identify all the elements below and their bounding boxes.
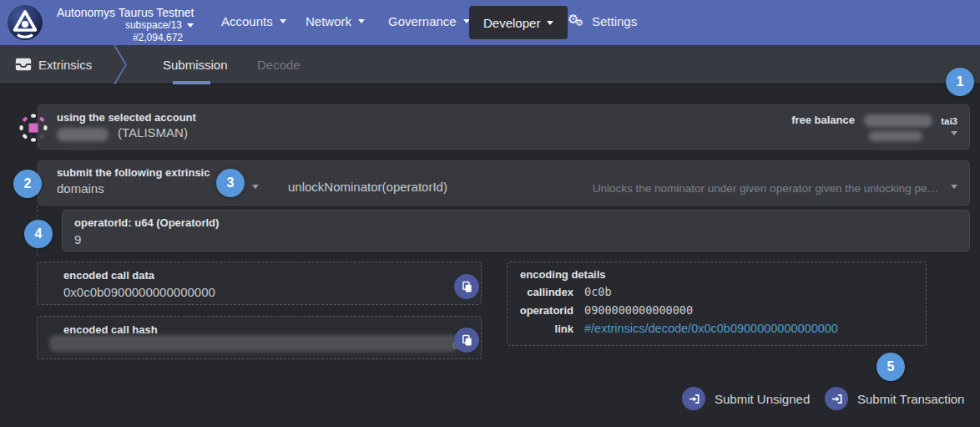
- redacted-balance-secondary: [869, 131, 922, 141]
- operatorid-label: operatorid: [508, 304, 584, 317]
- section-tabbar: [0, 45, 980, 84]
- copy-call-hash-button[interactable]: [454, 328, 479, 353]
- operatorid-value: 0900000000000000: [584, 303, 693, 317]
- balance-unit: tai3: [941, 116, 957, 126]
- extrinsics-page: Autonomys Taurus Testnet subspace/13 #2,…: [0, 0, 980, 427]
- submit-transaction-button[interactable]: Submit Transaction: [825, 387, 964, 410]
- encoding-details-title: encoding details: [520, 268, 606, 281]
- annotation-badge-4: 4: [24, 220, 53, 248]
- link-label: link: [508, 323, 584, 335]
- extrinsic-row: submit the following extrinsic domains u…: [38, 160, 970, 206]
- autonomys-logo-icon[interactable]: [7, 4, 43, 41]
- extrinsic-section-label: submit the following extrinsic: [57, 166, 210, 179]
- submit-transaction-label: Submit Transaction: [857, 392, 964, 406]
- sign-in-icon: [682, 387, 705, 410]
- sign-in-icon: [825, 387, 848, 410]
- account-select[interactable]: using the selected account (TALISMAN) fr…: [38, 104, 970, 150]
- encoded-call-hash-label: encoded call hash: [63, 323, 158, 336]
- tab-submission[interactable]: Submission: [163, 58, 228, 72]
- copy-call-data-button[interactable]: [454, 274, 479, 299]
- annotation-badge-1: 1: [946, 68, 974, 96]
- method-description: Unlocks the nominator under given operat…: [593, 182, 938, 195]
- chevron-down-icon: [547, 21, 553, 25]
- menu-settings-label: Settings: [592, 14, 637, 28]
- encoded-call-data-box: encoded call data 0x0c0b0900000000000000: [37, 262, 482, 305]
- runtime-version-label: subspace/13: [125, 19, 182, 31]
- menu-developer-label: Developer: [483, 16, 540, 30]
- operator-id-value: 9: [74, 232, 81, 247]
- runtime-version-dropdown[interactable]: subspace/13: [57, 19, 194, 31]
- account-select-label: using the selected account: [57, 111, 196, 124]
- menu-accounts-label: Accounts: [221, 14, 273, 28]
- operator-id-input[interactable]: operatorId: u64 (OperatorId) 9: [62, 210, 970, 252]
- chevron-down-icon: [358, 19, 365, 23]
- section-title: Extrinsics: [38, 58, 92, 72]
- breadcrumb-chevron-icon: [114, 45, 130, 88]
- copy-icon: [461, 281, 473, 293]
- annotation-badge-3: 3: [216, 169, 245, 197]
- menu-settings[interactable]: ⚙⚙ Settings: [568, 12, 637, 30]
- chevron-down-icon: [187, 23, 194, 28]
- menu-governance-label: Governance: [388, 14, 457, 28]
- chevron-down-icon[interactable]: [252, 185, 259, 189]
- copy-icon: [461, 334, 473, 347]
- submit-unsigned-label: Submit Unsigned: [715, 392, 810, 406]
- method-select[interactable]: unlockNominator(operatorId): [288, 180, 447, 194]
- redacted-balance-value: [864, 114, 932, 127]
- encoded-call-data-label: encoded call data: [63, 269, 154, 282]
- menu-accounts[interactable]: Accounts: [221, 14, 286, 28]
- chevron-down-icon: [280, 19, 286, 23]
- inbox-icon: [14, 55, 33, 74]
- encoded-call-data-value: 0x0c0b0900000000000000: [63, 285, 215, 299]
- encoded-call-hash-box: encoded call hash od3: [37, 316, 482, 359]
- redacted-call-hash: [49, 335, 458, 352]
- redacted-account-name: [57, 128, 109, 141]
- menu-network[interactable]: Network: [306, 14, 365, 28]
- chevron-down-icon[interactable]: [951, 185, 957, 189]
- top-navbar: Autonomys Taurus Testnet subspace/13 #2,…: [0, 0, 980, 45]
- submit-unsigned-button[interactable]: Submit Unsigned: [682, 387, 810, 410]
- free-balance-label: free balance: [791, 114, 855, 126]
- account-identicon[interactable]: [18, 113, 48, 143]
- encoding-row-callindex: callindex 0c0b: [508, 285, 926, 298]
- account-source: (TALISMAN): [118, 125, 188, 140]
- menu-network-label: Network: [306, 14, 351, 28]
- pallet-select[interactable]: domains: [57, 181, 104, 196]
- tab-decode[interactable]: Decode: [257, 58, 301, 72]
- decode-link[interactable]: #/extrinsics/decode/0x0c0b09000000000000…: [584, 322, 838, 335]
- encoding-row-link: link #/extrinsics/decode/0x0c0b090000000…: [508, 322, 926, 335]
- menu-governance[interactable]: Governance: [388, 14, 470, 28]
- callindex-value: 0c0b: [584, 285, 612, 298]
- encoding-row-operatorid: operatorid 0900000000000000: [508, 303, 926, 317]
- encoding-details-box: encoding details callindex 0c0b operator…: [507, 262, 927, 346]
- annotation-badge-2: 2: [13, 170, 42, 198]
- active-tab-underline: [173, 81, 210, 84]
- menu-developer[interactable]: Developer: [469, 6, 568, 39]
- operator-id-label: operatorId: u64 (OperatorId): [74, 216, 219, 229]
- chevron-down-icon[interactable]: [951, 131, 957, 135]
- callindex-label: callindex: [508, 286, 584, 298]
- block-number: #2,094,672: [57, 32, 183, 43]
- annotation-badge-5: 5: [876, 353, 905, 381]
- chain-name: Autonomys Taurus Testnet: [57, 6, 199, 19]
- gears-icon: ⚙⚙: [568, 12, 586, 30]
